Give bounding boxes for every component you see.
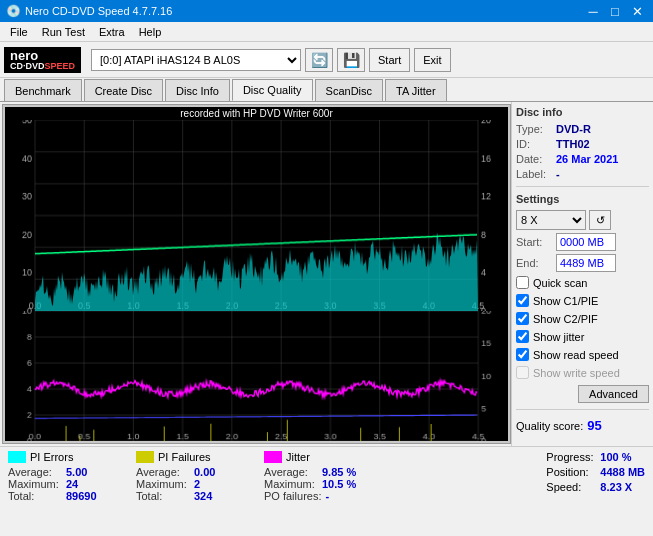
pi-failures-avg-label: Average: xyxy=(136,466,190,478)
toolbar: nero CD·DVDSPEED [0:0] ATAPI iHAS124 B A… xyxy=(0,42,653,78)
pi-errors-avg-label: Average: xyxy=(8,466,62,478)
title-bar-controls: ─ □ ✕ xyxy=(583,2,647,20)
pi-failures-total-label: Total: xyxy=(136,490,190,502)
title-bar-left: 💿 Nero CD-DVD Speed 4.7.7.16 xyxy=(6,4,172,18)
pi-failures-group: PI Failures Average: 0.00 Maximum: 2 Tot… xyxy=(136,451,256,532)
settings-title: Settings xyxy=(516,193,649,205)
c1pie-label: Show C1/PIE xyxy=(533,295,598,307)
pi-errors-total-label: Total: xyxy=(8,490,62,502)
quick-scan-label: Quick scan xyxy=(533,277,587,289)
c2pif-row: Show C2/PIF xyxy=(516,312,649,325)
nero-logo: nero CD·DVDSPEED xyxy=(4,47,81,73)
jitter-group: Jitter Average: 9.85 % Maximum: 10.5 % P… xyxy=(264,451,384,532)
progress-row: Progress: 100 % xyxy=(546,451,645,463)
position-value: 4488 MB xyxy=(600,466,645,478)
id-value: TTH02 xyxy=(556,138,590,150)
quality-score-row: Quality score: 95 xyxy=(516,418,649,433)
minimize-button[interactable]: ─ xyxy=(583,2,603,20)
jitter-title: Jitter xyxy=(286,451,310,463)
label-row: Label: - xyxy=(516,168,649,180)
chart-header: recorded with HP DVD Writer 600r xyxy=(5,107,508,120)
pi-errors-max-label: Maximum: xyxy=(8,478,62,490)
menu-file[interactable]: File xyxy=(4,25,34,39)
disc-label-value: - xyxy=(556,168,560,180)
tab-disc-quality[interactable]: Disc Quality xyxy=(232,79,313,101)
close-button[interactable]: ✕ xyxy=(627,2,647,20)
pi-errors-group: PI Errors Average: 5.00 Maximum: 24 Tota… xyxy=(8,451,128,532)
pif-chart xyxy=(5,311,508,441)
tab-benchmark[interactable]: Benchmark xyxy=(4,79,82,101)
quick-scan-checkbox[interactable] xyxy=(516,276,529,289)
pi-errors-avg-val: 5.00 xyxy=(66,466,87,478)
advanced-button[interactable]: Advanced xyxy=(578,385,649,403)
start-row: Start: xyxy=(516,233,649,251)
pi-errors-total-val: 89690 xyxy=(66,490,97,502)
speed-row: 8 X ↺ xyxy=(516,210,649,230)
jitter-avg-label: Average: xyxy=(264,466,318,478)
pi-failures-max: Maximum: 2 xyxy=(136,478,256,490)
pi-errors-legend xyxy=(8,451,26,463)
write-speed-checkbox[interactable] xyxy=(516,366,529,379)
progress-label: Progress: xyxy=(546,451,596,463)
date-row: Date: 26 Mar 2021 xyxy=(516,153,649,165)
menu-run-test[interactable]: Run Test xyxy=(36,25,91,39)
po-failures-row: PO failures: - xyxy=(264,490,384,502)
pi-errors-title: PI Errors xyxy=(30,451,73,463)
progress-section: Progress: 100 % Position: 4488 MB Speed:… xyxy=(546,451,645,532)
start-button[interactable]: Start xyxy=(369,48,410,72)
pi-failures-max-val: 2 xyxy=(194,478,200,490)
title-bar: 💿 Nero CD-DVD Speed 4.7.7.16 ─ □ ✕ xyxy=(0,0,653,22)
start-input[interactable] xyxy=(556,233,616,251)
menu-extra[interactable]: Extra xyxy=(93,25,131,39)
refresh-icon-btn[interactable]: 🔄 xyxy=(305,48,333,72)
tabs: Benchmark Create Disc Disc Info Disc Qua… xyxy=(0,78,653,102)
menu-help[interactable]: Help xyxy=(133,25,168,39)
maximize-button[interactable]: □ xyxy=(605,2,625,20)
menu-bar: File Run Test Extra Help xyxy=(0,22,653,42)
pi-errors-avg: Average: 5.00 xyxy=(8,466,128,478)
c2pif-checkbox[interactable] xyxy=(516,312,529,325)
pi-failures-max-label: Maximum: xyxy=(136,478,190,490)
tab-scandisc[interactable]: ScanDisc xyxy=(315,79,383,101)
type-value: DVD-R xyxy=(556,123,591,135)
jitter-avg-val: 9.85 % xyxy=(322,466,356,478)
jitter-checkbox[interactable] xyxy=(516,330,529,343)
read-speed-label: Show read speed xyxy=(533,349,619,361)
pi-failures-total: Total: 324 xyxy=(136,490,256,502)
exit-button[interactable]: Exit xyxy=(414,48,450,72)
speed-value: 8.23 X xyxy=(600,481,632,493)
speed-label: Speed: xyxy=(546,481,596,493)
tab-ta-jitter[interactable]: TA Jitter xyxy=(385,79,447,101)
progress-value: 100 % xyxy=(600,451,631,463)
pi-errors-total: Total: 89690 xyxy=(8,490,128,502)
start-label: Start: xyxy=(516,236,552,248)
drive-select[interactable]: [0:0] ATAPI iHAS124 B AL0S xyxy=(91,49,301,71)
disc-label-label: Label: xyxy=(516,168,552,180)
c1pie-checkbox[interactable] xyxy=(516,294,529,307)
jitter-max-val: 10.5 % xyxy=(322,478,356,490)
end-row: End: xyxy=(516,254,649,272)
tab-disc-info[interactable]: Disc Info xyxy=(165,79,230,101)
pi-errors-header: PI Errors xyxy=(8,451,128,463)
pi-failures-header: PI Failures xyxy=(136,451,256,463)
date-value: 26 Mar 2021 xyxy=(556,153,618,165)
type-label: Type: xyxy=(516,123,552,135)
po-failures-label: PO failures: xyxy=(264,490,321,502)
end-label: End: xyxy=(516,257,552,269)
refresh-settings-icon[interactable]: ↺ xyxy=(589,210,611,230)
quality-score-value: 95 xyxy=(587,418,601,433)
read-speed-checkbox[interactable] xyxy=(516,348,529,361)
jitter-avg: Average: 9.85 % xyxy=(264,466,384,478)
speed-select[interactable]: 8 X xyxy=(516,210,586,230)
tab-create-disc[interactable]: Create Disc xyxy=(84,79,163,101)
pi-failures-title: PI Failures xyxy=(158,451,211,463)
pi-errors-max-val: 24 xyxy=(66,478,78,490)
pi-failures-legend xyxy=(136,451,154,463)
date-label: Date: xyxy=(516,153,552,165)
end-input[interactable] xyxy=(556,254,616,272)
jitter-legend xyxy=(264,451,282,463)
c2pif-label: Show C2/PIF xyxy=(533,313,598,325)
save-icon-btn[interactable]: 💾 xyxy=(337,48,365,72)
jitter-row: Show jitter xyxy=(516,330,649,343)
window-title: Nero CD-DVD Speed 4.7.7.16 xyxy=(25,5,172,17)
